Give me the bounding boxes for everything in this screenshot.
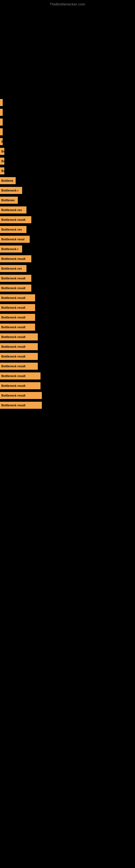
bottleneck-label	[0, 99, 3, 106]
list-item: Bo	[0, 167, 135, 175]
list-item	[0, 98, 135, 106]
bottleneck-label	[0, 128, 3, 135]
bottleneck-label: Bottleneck result	[0, 372, 41, 379]
list-item: Bottleneck result	[0, 216, 135, 224]
list-item: Bottleneck result	[0, 274, 135, 282]
list-item: Bottleneck result	[0, 333, 135, 341]
bottleneck-label: Bottleneck result	[0, 402, 42, 409]
list-item: B	[0, 137, 135, 146]
bottleneck-label: Bottleneck r	[0, 246, 22, 252]
bottleneck-label: Bo	[0, 158, 4, 165]
list-item: Bo	[0, 147, 135, 155]
bottleneck-label: Bottleneck result	[0, 284, 31, 291]
site-title: TheBottlenecker.com	[0, 0, 135, 7]
bottleneck-label: Bottleneck result	[0, 294, 35, 301]
bottleneck-label: Bottleneck result	[0, 216, 31, 223]
list-item: Bottleneck result	[0, 372, 135, 380]
list-item: Bottleneck result	[0, 352, 135, 361]
bottleneck-label: Bottleneck result	[0, 314, 35, 321]
list-item: Bottleneck res	[0, 206, 135, 214]
bottleneck-label: Bottleneck r	[0, 187, 22, 194]
list-item: Bottleneck result	[0, 323, 135, 331]
bottleneck-label: Bottleneck resul	[0, 236, 30, 243]
list-item: Bottleneck r	[0, 186, 135, 194]
list-item	[0, 118, 135, 126]
list-item: Bottleneck result	[0, 343, 135, 351]
list-item: Bottleneck result	[0, 294, 135, 302]
bottleneck-label: Bottleneck result	[0, 343, 38, 350]
chart-area	[0, 7, 135, 94]
list-item: Bottleneck result	[0, 392, 135, 400]
bottleneck-label: Bottleneck res	[0, 226, 27, 233]
bottleneck-label: Bottleneck result	[0, 323, 35, 331]
bottleneck-label: Bottleneck result	[0, 255, 31, 262]
bottleneck-label: Bottleneck result	[0, 353, 38, 360]
list-item: Bo	[0, 157, 135, 165]
bottleneck-label	[0, 109, 3, 116]
list-item: Bottleneck r	[0, 245, 135, 253]
list-item: Bottlene	[0, 177, 135, 185]
bottleneck-label: Bottlene	[0, 177, 16, 184]
bottleneck-label: B	[0, 138, 3, 145]
bottleneck-label: Bottleneck result	[0, 275, 31, 282]
list-item: Bottleneck result	[0, 362, 135, 370]
list-item: Bottlenec	[0, 196, 135, 204]
list-item: Bottleneck res	[0, 265, 135, 273]
list-item: Bottleneck result	[0, 255, 135, 263]
list-item: Bottleneck result	[0, 401, 135, 409]
bottleneck-label	[0, 119, 3, 126]
bottleneck-label: Bottleneck res	[0, 207, 27, 214]
bottleneck-label: Bottleneck result	[0, 333, 38, 340]
bottleneck-label: Bottlenec	[0, 197, 18, 204]
bottleneck-label: Bottleneck result	[0, 363, 38, 370]
bottleneck-label: Bo	[0, 148, 4, 155]
list-item	[0, 108, 135, 116]
bottleneck-label: Bottleneck result	[0, 392, 42, 399]
list-item: Bottleneck resul	[0, 235, 135, 243]
list-item: Bottleneck result	[0, 382, 135, 390]
list-item	[0, 128, 135, 136]
list-item: Bottleneck result	[0, 313, 135, 321]
bars-container: BBoBoBoBottleneBottleneck rBottlenecBott…	[0, 94, 135, 409]
bottleneck-label: Bottleneck res	[0, 265, 27, 272]
list-item: Bottleneck result	[0, 304, 135, 312]
list-item: Bottleneck result	[0, 284, 135, 292]
bottleneck-label: Bottleneck result	[0, 304, 35, 311]
bottleneck-label: Bo	[0, 167, 4, 175]
list-item: Bottleneck res	[0, 225, 135, 234]
bottleneck-label: Bottleneck result	[0, 382, 41, 389]
